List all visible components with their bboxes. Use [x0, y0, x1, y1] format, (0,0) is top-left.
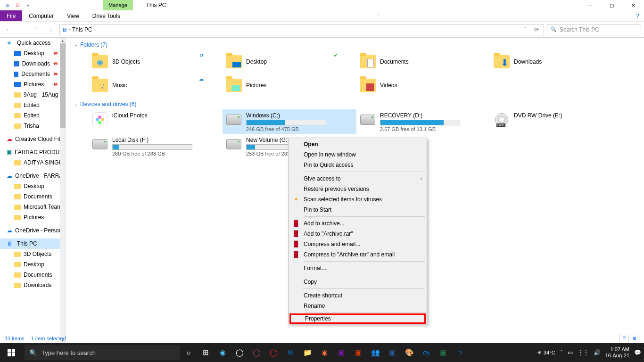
breadcrumb[interactable]: This PC — [72, 26, 92, 33]
minimize-button[interactable]: — — [579, 0, 601, 10]
menu-item[interactable]: ▉Add to archive... — [289, 218, 426, 229]
scrollbar-thumb[interactable] — [60, 43, 66, 128]
sidebar-item[interactable]: Edited — [0, 100, 66, 110]
sidebar-item[interactable]: Documents — [0, 191, 66, 202]
sidebar-item[interactable]: Documents — [0, 270, 66, 280]
opera-icon[interactable]: ◯ — [265, 343, 282, 362]
sidebar-item[interactable]: Edited — [0, 110, 66, 121]
address-dropdown[interactable]: ˅ — [520, 26, 530, 33]
forward-button[interactable]: → — [17, 24, 28, 35]
scroll-up-icon[interactable]: ▲ — [60, 38, 66, 43]
sidebar-item[interactable]: ☁OneDrive - FARRAD — [0, 171, 66, 181]
back-button[interactable]: ← — [3, 24, 14, 35]
menu-item[interactable]: ✶Scan selected items for viruses — [289, 194, 426, 205]
clock[interactable]: 1:07 AM 16-Aug-21 — [605, 346, 629, 359]
sidebar-item[interactable]: 🖥This PC — [0, 239, 66, 249]
sidebar-item[interactable]: Pictures — [0, 212, 66, 222]
help-button[interactable]: ? — [631, 10, 644, 21]
address-bar[interactable]: 🖥 › This PC › ˅ ⟳ — [59, 24, 544, 35]
volume-icon[interactable]: 🔊 — [594, 349, 601, 356]
battery-icon[interactable]: ▭ — [568, 349, 573, 356]
opera-gx-icon[interactable]: ◯ — [248, 343, 265, 362]
manage-tab[interactable]: Manage — [103, 0, 133, 10]
maximize-button[interactable]: ▢ — [601, 0, 622, 10]
sidebar-item[interactable]: Desktop — [0, 259, 66, 270]
sidebar-item[interactable]: Downloads📌 — [0, 58, 66, 69]
menu-item[interactable]: Format... — [289, 263, 426, 273]
notifications-icon[interactable]: 💬 — [634, 349, 641, 356]
folder-item[interactable]: Pictures — [223, 74, 356, 97]
menu-item[interactable]: ▉Compress and email... — [289, 239, 426, 249]
sidebar-scrollbar[interactable]: ▲ ▼ — [60, 38, 66, 343]
close-button[interactable]: ✕ — [622, 0, 644, 10]
menu-item[interactable]: Pin to Start — [289, 205, 426, 215]
refresh-button[interactable]: ⟳ — [531, 26, 542, 33]
folder-item[interactable]: Documents — [356, 50, 490, 74]
office-icon[interactable]: ▣ — [350, 343, 367, 362]
details-view-button[interactable]: ☰ — [619, 335, 629, 342]
folder-item[interactable]: ♪Music☁ — [89, 74, 223, 97]
cortana-icon[interactable]: ○ — [180, 343, 197, 362]
tray-chevron[interactable]: ˄ — [560, 349, 563, 356]
drives-group-header[interactable]: ⌄ Devices and drives (6) — [66, 97, 644, 109]
menu-item[interactable]: Open in new window — [289, 149, 426, 160]
folder-item[interactable]: ⬇Downloads — [490, 50, 624, 74]
view-tab[interactable]: View — [60, 10, 86, 21]
menu-item[interactable]: Copy — [289, 277, 426, 287]
menu-item[interactable]: Pin to Quick access — [289, 160, 426, 170]
menu-item[interactable]: ▉Compress to "Archive.rar" and email — [289, 249, 426, 260]
up-button[interactable]: ↑ — [45, 24, 57, 35]
sidebar-item[interactable]: Pictures📌 — [0, 79, 66, 90]
sidebar-item[interactable]: 9Aug - 15Aug — [0, 90, 66, 100]
recent-dropdown[interactable]: ˅ — [31, 24, 42, 35]
folder-item[interactable]: ◉3D Objects⟳ — [89, 50, 223, 74]
chrome-icon[interactable]: ◯ — [231, 343, 248, 362]
folder-item[interactable]: Desktop✔ — [223, 50, 356, 74]
paint-icon[interactable]: 🎨 — [401, 343, 418, 362]
menu-item[interactable]: Rename — [289, 301, 426, 311]
menu-item[interactable]: Give access to› — [289, 173, 426, 184]
sidebar-item[interactable]: 3D Objects — [0, 249, 66, 259]
sidebar-item[interactable]: Microsoft Teams — [0, 202, 66, 212]
qat-dropdown[interactable]: ▾ — [24, 1, 32, 9]
drive-item[interactable]: Windows (C:)246 GB free of 475 GB — [223, 109, 356, 134]
menu-item[interactable]: Create shortcut — [289, 290, 426, 301]
drive-tools-tab[interactable]: Drive Tools — [86, 10, 127, 21]
drive-item[interactable]: iCloud Photos — [89, 109, 223, 134]
sidebar-item[interactable]: ▣FARRAD PRODUCTIONS — [0, 147, 66, 157]
sidebar-item[interactable]: Trisha — [0, 121, 66, 131]
sidebar-item[interactable]: Documents📌 — [0, 69, 66, 79]
menu-item[interactable]: ▉Add to "Archive.rar" — [289, 229, 426, 239]
sidebar-item[interactable]: Downloads — [0, 280, 66, 290]
collapse-ribbon-button[interactable]: ˄ — [372, 10, 385, 21]
onenote-icon[interactable]: ▣ — [333, 343, 350, 362]
folders-group-header[interactable]: ⌄ Folders (7) — [66, 38, 644, 50]
get-help-icon[interactable]: ? — [452, 343, 469, 362]
computer-tab[interactable]: Computer — [22, 10, 60, 21]
sidebar-item[interactable]: ☁Creative Cloud Files — [0, 134, 66, 144]
word-icon[interactable]: ▣ — [384, 343, 401, 362]
store-icon[interactable]: 🛍 — [418, 343, 435, 362]
drive-item[interactable]: Local Disk (F:)260 GB free of 283 GB — [89, 134, 223, 158]
task-view-icon[interactable]: ⊞ — [197, 343, 214, 362]
weather-widget[interactable]: ☀ 34°C — [537, 350, 555, 356]
folder-item[interactable]: Videos — [356, 74, 490, 97]
sidebar-item[interactable]: Desktop📌 — [0, 48, 66, 58]
wifi-icon[interactable]: ⋮⋮ — [578, 349, 589, 356]
menu-item[interactable]: Open — [289, 139, 426, 149]
file-tab[interactable]: File — [0, 10, 22, 21]
sidebar-item[interactable]: ☁OneDrive - Personal — [0, 225, 66, 236]
tiles-view-button[interactable]: ▦ — [630, 335, 639, 342]
sidebar-item[interactable]: ADITYA SINGH — [0, 157, 66, 168]
menu-item[interactable]: Restore previous versions — [289, 184, 426, 194]
sidebar-item[interactable]: ★Quick access — [0, 38, 66, 48]
mail-icon[interactable]: ✉ — [282, 343, 299, 362]
properties-icon[interactable]: ☑ — [13, 1, 22, 9]
sidebar-item[interactable]: Desktop — [0, 181, 66, 191]
search-box[interactable]: 🔍 Search This PC — [547, 24, 641, 35]
drive-item[interactable]: DVDDVD RW Drive (E:) — [490, 109, 624, 134]
firefox-icon[interactable]: ◉ — [316, 343, 333, 362]
explorer-icon[interactable]: 📁 — [299, 343, 316, 362]
drive-item[interactable]: RECOVERY (D:)2.67 GB free of 13.1 GB — [356, 109, 490, 134]
excel-icon[interactable]: ▣ — [435, 343, 452, 362]
